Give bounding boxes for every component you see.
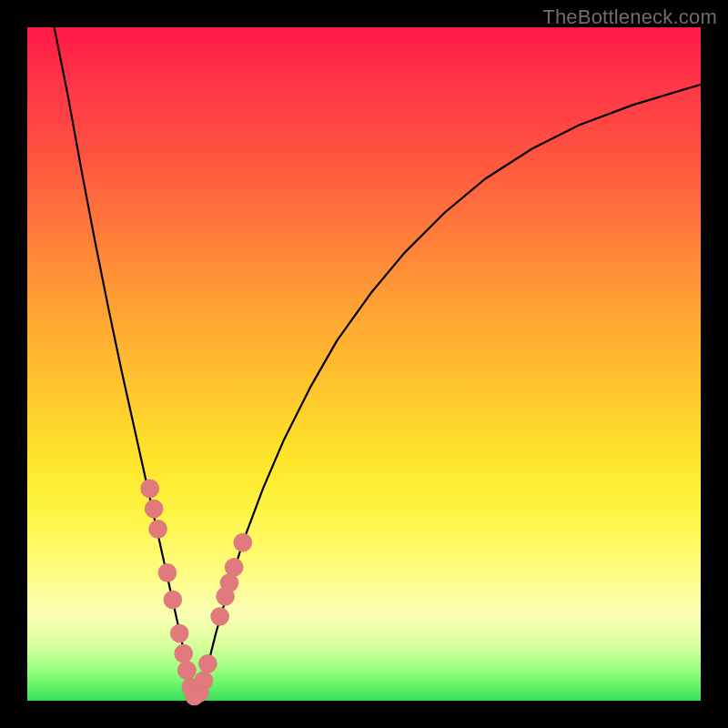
curve-layer <box>55 27 701 701</box>
marker-point <box>174 644 193 663</box>
plot-area <box>27 27 701 701</box>
curve-right-branch <box>196 85 701 701</box>
marker-layer <box>140 480 252 706</box>
marker-point <box>158 563 177 582</box>
marker-point <box>148 520 167 539</box>
marker-point <box>170 624 189 643</box>
marker-point <box>233 533 252 552</box>
marker-point <box>163 591 182 610</box>
marker-point <box>195 671 214 690</box>
watermark-text: TheBottleneck.com <box>542 5 717 29</box>
marker-point <box>210 607 229 626</box>
marker-point <box>225 558 244 577</box>
chart-svg <box>27 27 701 701</box>
marker-point <box>198 654 217 673</box>
marker-point <box>177 661 197 680</box>
marker-point <box>140 480 159 499</box>
marker-point <box>145 500 164 519</box>
chart-frame: TheBottleneck.com <box>0 0 728 728</box>
